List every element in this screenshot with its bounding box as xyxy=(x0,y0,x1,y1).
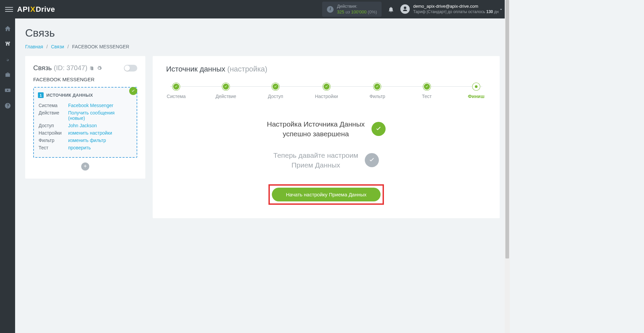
logo-text: API xyxy=(17,5,30,14)
info-icon: i xyxy=(327,6,334,13)
step-label: Финиш xyxy=(466,94,486,99)
source-row-label: Тест xyxy=(39,144,67,151)
breadcrumb-links[interactable]: Связи xyxy=(51,44,64,49)
setup-subtitle: (настройка) xyxy=(227,65,267,73)
source-row: ДоступJohn Jackson xyxy=(39,122,132,129)
step-настройки[interactable]: Настройки xyxy=(315,83,338,99)
source-row: ДействиеПолучить сообщения (новые) xyxy=(39,109,132,122)
add-block-button[interactable]: + xyxy=(81,162,89,171)
step-label: Система xyxy=(166,94,186,99)
source-box-title: ИСТОЧНИК ДАННЫХ xyxy=(46,93,93,98)
step-dot-icon xyxy=(272,83,279,90)
source-row-label: Система xyxy=(39,102,67,109)
source-row: СистемаFacebook Messenger xyxy=(39,102,132,109)
success-text-1: Настройка Источника Данных успешно завер… xyxy=(267,119,365,139)
actions-pct: (0%) xyxy=(368,9,377,14)
success-text-2: Теперь давайте настроим Прием Данных xyxy=(274,150,358,170)
cta-highlight: Начать настройку Приема Данных xyxy=(268,184,384,205)
source-row-link[interactable]: проверить xyxy=(68,145,91,150)
source-row-link[interactable]: John Jackson xyxy=(68,123,97,128)
topbar: APIXDrive i Действия: 325 из 100'000 (0%… xyxy=(0,0,510,18)
setup-title: Источник данных xyxy=(166,65,225,73)
source-row-link[interactable]: Facebook Messenger xyxy=(68,103,113,108)
main-content: Связь Главная / Связи / FACEBOOK MESSENG… xyxy=(15,18,510,333)
step-действие[interactable]: Действие xyxy=(215,83,236,99)
sidebar-briefcase-icon[interactable] xyxy=(4,72,11,78)
step-dot-icon xyxy=(374,83,381,90)
source-row: Тестпроверить xyxy=(39,144,132,151)
step-фильтр[interactable]: Фильтр xyxy=(367,83,387,99)
connection-title: Связь xyxy=(33,64,52,72)
stepper: СистемаДействиеДоступНастройкиФильтрТест… xyxy=(166,83,486,99)
gear-icon[interactable] xyxy=(97,65,102,71)
check-icon-green xyxy=(371,122,386,136)
logo-x: X xyxy=(30,5,35,14)
step-dot-icon xyxy=(172,83,180,90)
connection-name: FACEBOOK MESSENGER xyxy=(33,77,137,82)
step-label: Фильтр xyxy=(367,94,387,99)
sidebar-home-icon[interactable] xyxy=(4,25,11,32)
source-row-label: Доступ xyxy=(39,122,67,129)
connection-id: (ID: 37047) xyxy=(54,64,87,72)
source-row-link[interactable]: изменить настройки xyxy=(68,130,112,136)
source-row-label: Фильтр xyxy=(39,137,67,144)
setup-card: Источник данных (настройка) СистемаДейст… xyxy=(153,56,500,218)
breadcrumb-home[interactable]: Главная xyxy=(25,44,43,49)
chevron-down-icon[interactable] xyxy=(499,7,503,12)
source-box-number: 1 xyxy=(38,92,44,98)
source-row-label: Настройки xyxy=(39,130,67,136)
step-label: Доступ xyxy=(265,94,286,99)
step-label: Действие xyxy=(215,94,236,99)
source-row: Настройкиизменить настройки xyxy=(39,130,132,136)
sidebar-dollar-icon[interactable] xyxy=(4,56,11,63)
avatar-icon xyxy=(400,4,410,14)
step-доступ[interactable]: Доступ xyxy=(265,83,286,99)
logo[interactable]: APIXDrive xyxy=(17,5,55,14)
actions-iz: из xyxy=(345,9,350,14)
source-row: Фильтризменить фильтр xyxy=(39,137,132,144)
user-tariff: Тариф |Стандарт| до оплаты осталось 130 … xyxy=(413,9,499,15)
step-финиш[interactable]: Финиш xyxy=(466,83,486,99)
step-тест[interactable]: Тест xyxy=(417,83,437,99)
sidebar-connections-icon[interactable] xyxy=(4,41,11,47)
copy-icon[interactable] xyxy=(89,65,95,71)
sidebar xyxy=(0,18,15,333)
actions-max: 100'000 xyxy=(351,9,366,14)
logo-text2: Drive xyxy=(36,5,55,14)
sidebar-help-icon[interactable] xyxy=(4,102,11,109)
source-row-link[interactable]: Получить сообщения (новые) xyxy=(68,110,114,121)
breadcrumb: Главная / Связи / FACEBOOK MESSENGER xyxy=(25,44,500,49)
step-dot-icon xyxy=(423,83,431,90)
check-icon-grey xyxy=(365,153,379,167)
step-dot-icon xyxy=(222,83,230,90)
step-label: Тест xyxy=(417,94,437,99)
actions-used: 325 xyxy=(337,9,344,14)
source-row-link[interactable]: изменить фильтр xyxy=(68,138,106,143)
actions-label: Действия: xyxy=(337,4,377,9)
hamburger-menu-icon[interactable] xyxy=(5,5,13,13)
check-badge-icon xyxy=(129,87,137,95)
step-система[interactable]: Система xyxy=(166,83,186,99)
breadcrumb-current: FACEBOOK MESSENGER xyxy=(72,44,129,49)
actions-counter[interactable]: i Действия: 325 из 100'000 (0%) xyxy=(322,2,382,17)
connection-card: Связь (ID: 37047) FACEBOOK MESSENGER 1 И… xyxy=(25,56,145,179)
step-dot-icon xyxy=(473,83,480,90)
sidebar-video-icon[interactable] xyxy=(4,87,11,94)
user-email: demo_apix-drive@apix-drive.com xyxy=(413,4,499,9)
bell-icon[interactable] xyxy=(388,6,394,13)
source-box: 1 ИСТОЧНИК ДАННЫХ СистемаFacebook Messen… xyxy=(33,87,137,158)
source-table: СистемаFacebook MessengerДействиеПолучит… xyxy=(38,101,133,152)
enable-toggle[interactable] xyxy=(124,65,137,72)
step-label: Настройки xyxy=(315,94,338,99)
scrollbar[interactable] xyxy=(505,0,510,333)
start-destination-setup-button[interactable]: Начать настройку Приема Данных xyxy=(272,188,381,201)
step-dot-icon xyxy=(323,83,330,90)
page-title: Связь xyxy=(25,27,500,39)
source-row-label: Действие xyxy=(39,109,67,122)
user-menu[interactable]: demo_apix-drive@apix-drive.com Тариф |Ст… xyxy=(400,4,499,14)
